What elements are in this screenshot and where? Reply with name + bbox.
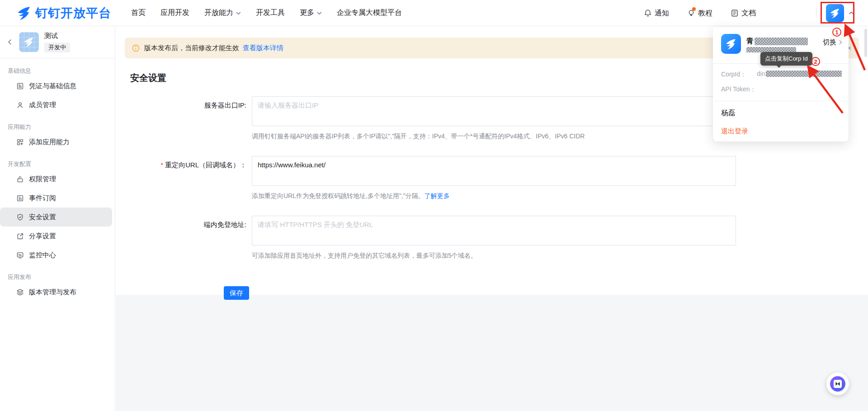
nav-right-item-1[interactable]: 教程 (687, 9, 712, 18)
annotation-highlight-box (821, 2, 854, 24)
logout-button[interactable]: 退出登录 (721, 127, 748, 136)
redirect-url-input[interactable]: https://www.feikua.net/ (252, 156, 736, 186)
nav-right-item-2[interactable]: 文档 (731, 9, 756, 18)
nav-item-label: 开发工具 (256, 8, 285, 18)
save-button[interactable]: 保存 (224, 286, 249, 300)
corpid-label: CorpId： (721, 71, 746, 79)
dingtalk-wing-icon (17, 5, 32, 20)
required-asterisk: * (160, 161, 163, 169)
sidebar-section-label: 应用发布 (0, 272, 115, 283)
sidebar-item-label: 监控中心 (29, 251, 56, 260)
sidebar-item-label: 成员管理 (29, 101, 56, 109)
app-icon (19, 32, 39, 52)
annotation-step-2: 2 (811, 57, 820, 66)
view-version-details-link[interactable]: 查看版本详情 (243, 44, 283, 52)
sidebar-item[interactable]: 安全设置 (0, 208, 112, 227)
sidebar-section-label: 应用能力 (0, 122, 115, 132)
nav-right-label: 通知 (655, 9, 669, 18)
api-token-label: API Token： (721, 85, 756, 94)
nav-item-1[interactable]: 应用开发 (160, 8, 189, 18)
assistant-logo-icon (834, 380, 842, 388)
scrollbar-thumb[interactable] (864, 29, 867, 57)
nav-item-label: 开放能力 (204, 8, 233, 18)
sidebar-section: 应用能力添加应用能力 (0, 122, 115, 151)
app-header: 测试 开发中 (0, 26, 115, 58)
assistant-floating-button[interactable] (826, 373, 849, 395)
org-name: 青 (746, 37, 808, 46)
in-app-sso-input[interactable] (252, 216, 736, 246)
switch-org-button[interactable]: 切换 (823, 38, 843, 47)
nav-right-label: 教程 (698, 9, 712, 18)
sidebar-section: 基础信息凭证与基础信息成员管理 (0, 66, 115, 114)
security-icon (16, 213, 24, 221)
nav-item-label: 首页 (131, 8, 146, 18)
bell-icon (644, 9, 652, 17)
version-icon (16, 288, 24, 296)
nav-item-0[interactable]: 首页 (131, 8, 146, 18)
sidebar-item-label: 分享设置 (29, 232, 56, 241)
event-icon (16, 194, 24, 202)
alert-text: 版本发布后，当前修改才能生效 (144, 44, 239, 52)
sidebar-item[interactable]: 监控中心 (0, 246, 112, 265)
redirect-url-row: *重定向URL（回调域名）： https://www.feikua.net/ 添… (125, 156, 859, 200)
app-meta: 测试 开发中 (44, 32, 70, 52)
nav-right-label: 文档 (741, 9, 756, 18)
chevron-down-icon (317, 11, 322, 16)
back-chevron-icon[interactable] (6, 38, 14, 46)
nav-item-3[interactable]: 开发工具 (256, 8, 285, 18)
sidebar-section: 开发配置权限管理事件订阅安全设置分享设置监控中心 (0, 159, 115, 265)
annotation-step-1: 1 (832, 28, 841, 37)
org-name-redacted (755, 38, 808, 45)
learn-more-link[interactable]: 了解更多 (425, 192, 450, 199)
sidebar-item-label: 凭证与基础信息 (29, 82, 76, 90)
server-ip-help: 调用钉钉服务端API的服务器IP列表，多个IP请以","隔开，支持：IPv4、带… (252, 132, 736, 141)
sidebar-item-label: 版本管理与发布 (29, 288, 76, 297)
sidebar-item[interactable]: 版本管理与发布 (0, 283, 112, 302)
nav-right-item-0[interactable]: 通知 (644, 9, 669, 18)
server-ip-label: 服务器出口IP: (125, 96, 246, 141)
dingtalk-logo[interactable]: 钉钉开放平台 (17, 5, 111, 21)
credential-icon (16, 82, 24, 90)
in-app-sso-help: 可添加除应用首页地址外，支持用户免登的其它域名列表，最多可添加5个域名。 (252, 251, 736, 260)
nav-item-label: 应用开发 (160, 8, 189, 18)
sidebar-item[interactable]: 添加应用能力 (0, 132, 112, 151)
sidebar-item[interactable]: 成员管理 (0, 95, 112, 114)
sidebar-item[interactable]: 事件订阅 (0, 189, 112, 208)
org-avatar (721, 34, 741, 54)
sidebar-item[interactable]: 凭证与基础信息 (0, 76, 112, 95)
capability-icon (16, 138, 24, 146)
nav-divider (816, 8, 816, 19)
sidebar-section: 应用发布版本管理与发布 (0, 272, 115, 302)
monitor-icon (16, 251, 24, 259)
sidebar-item-label: 权限管理 (29, 175, 56, 184)
share-icon (16, 232, 24, 240)
in-app-sso-label: 端内免登地址: (125, 216, 246, 260)
corpid-value[interactable]: din (757, 70, 842, 77)
copy-corpid-tooltip: 点击复制Corp Id (760, 52, 812, 66)
info-circle-icon (132, 44, 140, 52)
sidebar-item-label: 事件订阅 (29, 194, 56, 203)
assistant-gradient-ring (830, 376, 845, 392)
nav-item-2[interactable]: 开放能力 (204, 8, 241, 18)
nav-item-5[interactable]: 企业专属大模型平台 (337, 8, 402, 18)
dingtalk-wing-icon (24, 37, 34, 47)
top-nav: 钉钉开放平台 首页应用开发开放能力开发工具更多企业专属大模型平台 通知教程文档 (0, 0, 868, 26)
corpid-redacted (766, 71, 842, 77)
redirect-url-help: 添加重定向URL作为免登授权码跳转地址,多个地址用","分隔。了解更多 (252, 191, 736, 200)
sidebar: 测试 开发中 基础信息凭证与基础信息成员管理应用能力添加应用能力开发配置权限管理… (0, 26, 115, 411)
permission-icon (16, 175, 24, 183)
document-icon (731, 9, 739, 17)
chevron-down-icon (236, 11, 241, 16)
sidebar-item[interactable]: 分享设置 (0, 227, 112, 246)
sidebar-section-label: 基础信息 (0, 66, 115, 76)
server-ip-input[interactable] (252, 96, 736, 126)
nav-menu: 首页应用开发开放能力开发工具更多企业专属大模型平台 (131, 8, 402, 18)
member-icon (16, 101, 24, 109)
chevron-right-icon (838, 40, 843, 45)
nav-item-4[interactable]: 更多 (300, 8, 322, 18)
sidebar-item[interactable]: 权限管理 (0, 170, 112, 189)
sidebar-item-label: 安全设置 (29, 213, 56, 222)
in-app-sso-row: 端内免登地址: 可添加除应用首页地址外，支持用户免登的其它域名列表，最多可添加5… (125, 216, 859, 260)
nav-item-label: 更多 (300, 8, 314, 18)
app-name: 测试 (44, 32, 70, 40)
